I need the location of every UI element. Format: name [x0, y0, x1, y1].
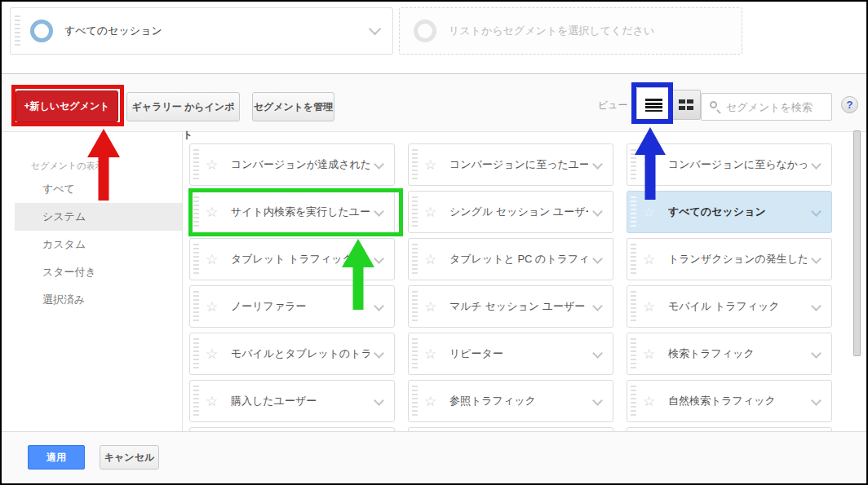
chevron-down-icon[interactable]: [374, 348, 384, 359]
segment-card[interactable]: ☆ 購入したユーザー: [189, 380, 395, 422]
segment-card[interactable]: ☆ タブレットと PC のトラフィック: [408, 238, 613, 280]
segment-card[interactable]: ☆ モバイルとタブレットのトラフィック: [189, 333, 395, 375]
segment-card[interactable]: ☆ タブレット トラフィック: [189, 238, 395, 280]
segment-card[interactable]: ☆ コンバージョンに至らなかった...: [627, 143, 832, 186]
segment-card[interactable]: ☆ 参照トラフィック: [408, 380, 613, 422]
drag-handle-icon[interactable]: [193, 196, 199, 227]
drag-handle-icon[interactable]: [412, 338, 418, 369]
segment-card[interactable]: ☆ 自然検索トラフィック: [627, 380, 832, 422]
segment-card[interactable]: ☆ シングル セッション ユーザー: [408, 191, 613, 233]
chevron-down-icon[interactable]: [811, 301, 822, 311]
star-icon[interactable]: ☆: [643, 204, 655, 221]
segment-card[interactable]: ☆ トランザクションの発生したセッ ...: [627, 238, 832, 280]
apply-button[interactable]: 適用: [28, 445, 85, 470]
segment-card-label: リピーター: [450, 347, 503, 359]
chevron-down-icon[interactable]: [811, 395, 822, 406]
segment-card-all-sessions[interactable]: ☆ すべてのセッション: [627, 191, 832, 233]
star-icon[interactable]: ☆: [424, 393, 436, 410]
empty-segment-slot[interactable]: リストからセグメントを選択してください: [399, 7, 742, 55]
drag-handle-icon[interactable]: [193, 291, 199, 322]
list-view-icon: [645, 99, 662, 112]
drag-handle-icon[interactable]: [631, 386, 636, 417]
chevron-down-icon[interactable]: [374, 254, 384, 264]
segment-donut-icon: [30, 20, 53, 42]
drag-handle-icon[interactable]: [15, 15, 20, 46]
sidebar-item-system[interactable]: システム: [15, 203, 182, 231]
chevron-down-icon[interactable]: [374, 159, 384, 170]
star-icon[interactable]: ☆: [206, 298, 218, 315]
sidebar-item-custom[interactable]: カスタム: [15, 231, 182, 258]
star-icon[interactable]: ☆: [206, 251, 218, 268]
chevron-down-icon[interactable]: [592, 301, 603, 311]
segment-card-label: シングル セッション ユーザー: [450, 205, 588, 218]
chevron-down-icon[interactable]: [374, 301, 384, 311]
star-icon[interactable]: ☆: [424, 251, 436, 268]
star-icon[interactable]: ☆: [424, 346, 436, 363]
drag-handle-icon[interactable]: [631, 338, 636, 369]
drag-handle-icon[interactable]: [412, 386, 418, 417]
segment-card-label: タブレット トラフィック: [231, 253, 353, 265]
import-from-gallery-button[interactable]: ギャラリー からインポート: [126, 92, 240, 121]
chevron-down-icon[interactable]: [369, 23, 382, 36]
drag-handle-icon[interactable]: [631, 196, 636, 227]
segment-card[interactable]: ☆ マルチ セッション ユーザー: [408, 285, 613, 328]
list-view-toggle[interactable]: [636, 87, 670, 121]
segment-card-label: 検索トラフィック: [668, 347, 755, 359]
sidebar-item-selected[interactable]: 選択済み: [15, 286, 182, 314]
star-icon[interactable]: ☆: [206, 204, 218, 221]
drag-handle-icon[interactable]: [412, 149, 418, 180]
chevron-down-icon[interactable]: [811, 159, 822, 170]
chevron-down-icon[interactable]: [592, 159, 603, 170]
chevron-down-icon[interactable]: [811, 254, 822, 264]
drag-handle-icon[interactable]: [193, 149, 199, 180]
sidebar-item-all[interactable]: すべて: [15, 175, 182, 203]
grid-view-toggle[interactable]: [670, 90, 701, 120]
segment-card-site-search[interactable]: ☆ サイト内検索を実行したユーザー: [189, 191, 395, 233]
chevron-down-icon[interactable]: [811, 348, 822, 359]
chevron-down-icon[interactable]: [592, 348, 603, 359]
segment-card-grid: ☆ コンバージョンが達成されたセ ... ☆ コンバージョンに至ったユーザー ☆…: [189, 143, 832, 431]
drag-handle-icon[interactable]: [193, 338, 199, 369]
vertical-scrollbar[interactable]: [853, 130, 861, 356]
drag-handle-icon[interactable]: [631, 149, 636, 180]
star-icon[interactable]: ☆: [206, 157, 218, 174]
chevron-down-icon[interactable]: [592, 395, 603, 406]
drag-handle-icon[interactable]: [412, 244, 418, 275]
chevron-down-icon[interactable]: [811, 206, 822, 217]
drag-handle-icon[interactable]: [631, 244, 636, 275]
star-icon[interactable]: ☆: [643, 393, 655, 410]
segment-card-label: 自然検索トラフィック: [668, 395, 776, 407]
star-icon[interactable]: ☆: [643, 346, 655, 363]
manage-segments-button[interactable]: セグメントを管理: [252, 92, 334, 121]
view-label: ビュー: [598, 99, 628, 112]
cancel-button[interactable]: キャンセル: [100, 445, 159, 470]
drag-handle-icon[interactable]: [631, 291, 636, 322]
chevron-down-icon[interactable]: [592, 254, 603, 264]
segment-card[interactable]: ☆ モバイル トラフィック: [627, 285, 832, 328]
new-segment-button[interactable]: +新しいセグメント: [16, 90, 118, 122]
star-icon[interactable]: ☆: [643, 251, 655, 268]
segment-card[interactable]: ☆ コンバージョンが達成されたセ ...: [189, 143, 395, 186]
chevron-down-icon[interactable]: [374, 206, 384, 217]
drag-handle-icon[interactable]: [412, 291, 418, 322]
star-icon[interactable]: ☆: [424, 204, 436, 221]
drag-handle-icon[interactable]: [412, 196, 418, 227]
segment-search-input[interactable]: [726, 95, 828, 119]
sidebar-item-starred[interactable]: スター付き: [15, 258, 182, 286]
help-icon[interactable]: ?: [841, 96, 858, 113]
segment-card[interactable]: ☆ コンバージョンに至ったユーザー: [408, 143, 613, 186]
segment-card[interactable]: ☆ 検索トラフィック: [627, 333, 832, 375]
star-icon[interactable]: ☆: [424, 157, 436, 174]
star-icon[interactable]: ☆: [424, 298, 436, 315]
star-icon[interactable]: ☆: [643, 157, 655, 174]
star-icon[interactable]: ☆: [206, 346, 218, 363]
chevron-down-icon[interactable]: [374, 395, 384, 406]
segment-card[interactable]: ☆ ノーリファラー: [189, 285, 395, 328]
star-icon[interactable]: ☆: [643, 298, 655, 315]
drag-handle-icon[interactable]: [193, 244, 199, 275]
drag-handle-icon[interactable]: [193, 386, 199, 417]
active-segment-slot[interactable]: すべてのセッション: [10, 7, 393, 55]
star-icon[interactable]: ☆: [206, 393, 218, 410]
segment-card[interactable]: ☆ リピーター: [408, 333, 613, 375]
chevron-down-icon[interactable]: [592, 206, 603, 217]
